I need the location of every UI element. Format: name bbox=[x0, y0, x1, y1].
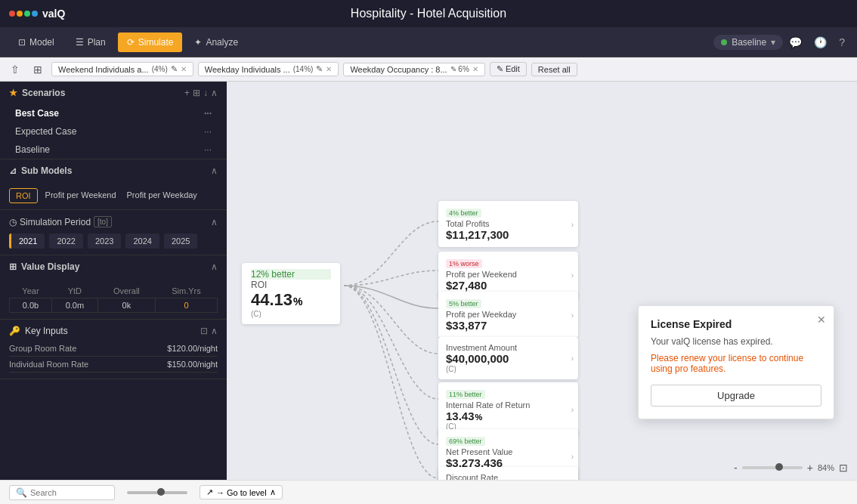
help-icon[interactable]: ? bbox=[836, 33, 848, 51]
analyze-tab[interactable]: ✦ Analyze bbox=[185, 32, 247, 52]
year-2021[interactable]: 2021 bbox=[9, 233, 45, 249]
submodel-roi-btn[interactable]: ROI bbox=[9, 188, 38, 203]
edit-button[interactable]: ✎ Edit bbox=[490, 62, 527, 76]
toolbar-tab-0[interactable]: Weekend Individuals a... (4%) ✎ ✕ bbox=[51, 62, 193, 76]
year-2023[interactable]: 2023 bbox=[88, 233, 121, 249]
scenario-expected-more[interactable]: ··· bbox=[204, 126, 212, 137]
node-total-profits[interactable]: 4% better Total Profits $11,217,300 › bbox=[438, 201, 578, 247]
node-profit-weekday-title: Profit per Weekday bbox=[446, 310, 563, 319]
scenario-expected-case[interactable]: Expected Case ··· bbox=[0, 122, 227, 141]
node-roi-value: 44.13 bbox=[251, 290, 292, 310]
plan-tab[interactable]: ☰ Plan bbox=[67, 32, 115, 52]
node-npv-title: Net Present Value bbox=[446, 447, 563, 456]
sub-models-header: ⊿ Sub Models ∧ bbox=[0, 159, 227, 182]
bottom-bar: 🔍 ↗ → Go to level ∧ bbox=[0, 480, 857, 504]
collapse-sim-period-icon[interactable]: ∧ bbox=[211, 217, 218, 227]
collapse-submodels-icon[interactable]: ∧ bbox=[211, 165, 218, 176]
nav-icons: 💬 🕐 ? bbox=[786, 33, 848, 51]
year-2022[interactable]: 2022 bbox=[49, 233, 82, 249]
node-roi-value-area: 44.13 % bbox=[251, 290, 331, 310]
value-display-icon: ⊞ bbox=[9, 261, 17, 272]
node-roi-sub: (C) bbox=[251, 310, 331, 318]
logo-area: valQ bbox=[9, 8, 65, 20]
year-pills: 2021 2022 2023 2024 2025 bbox=[9, 233, 218, 249]
search-input[interactable] bbox=[30, 488, 106, 497]
node-discount-title: Discount Rate bbox=[446, 473, 571, 480]
toolbar-tab-1-close[interactable]: ✕ bbox=[326, 65, 332, 73]
vd-col-overall: Overall bbox=[97, 284, 155, 298]
scenario-baseline-more[interactable]: ··· bbox=[204, 144, 212, 155]
sidebar: ★ Scenarios + ⊞ ↓ ∧ Best Case ··· Expect… bbox=[0, 82, 227, 480]
vd-col-ytd: YtD bbox=[51, 284, 97, 298]
node-investment-amount[interactable]: Investment Amount $40,000,000 (C) › bbox=[438, 337, 578, 379]
upgrade-button[interactable]: Upgrade bbox=[651, 385, 821, 407]
chevron-right-icon-6: › bbox=[571, 453, 574, 461]
vd-col-simyrs: Sim.Yrs bbox=[155, 284, 217, 298]
canvas-zoom-thumb[interactable] bbox=[157, 488, 165, 496]
toolbar-tab-0-close[interactable]: ✕ bbox=[181, 65, 187, 73]
toolbar-tab-1[interactable]: Weekday Individuals ... (14%) ✎ ✕ bbox=[198, 62, 339, 76]
baseline-chevron-icon: ▾ bbox=[771, 37, 775, 48]
collapse-scenarios-icon[interactable]: ∧ bbox=[211, 88, 218, 98]
toolbar-tab-0-pct: (4%) bbox=[152, 65, 168, 73]
collapse-value-display-icon[interactable]: ∧ bbox=[211, 261, 218, 272]
logo-icon bbox=[9, 11, 38, 17]
sim-period-header: ◷ Simulation Period [to] ∧ bbox=[9, 216, 218, 227]
scenario-baseline[interactable]: Baseline ··· bbox=[0, 141, 227, 159]
submodel-profit-weekend[interactable]: Profit per Weekend bbox=[42, 188, 119, 203]
nav-bar: ⊡ Model ☰ Plan ⟳ Simulate ✦ Analyze Base… bbox=[0, 27, 857, 57]
toolbar-tab-2[interactable]: Weekday Occupancy : 8... ✎ 6% ✕ bbox=[343, 63, 484, 76]
sim-period-label: ◷ Simulation Period [to] bbox=[9, 216, 112, 227]
node-profit-per-weekend[interactable]: 1% worse Profit per Weekend $27,480 › bbox=[438, 252, 578, 298]
download-scenario-icon[interactable]: ↓ bbox=[203, 88, 208, 98]
toolbar-tab-1-edit-icon: ✎ bbox=[316, 64, 323, 74]
submodel-profit-weekday[interactable]: Profit per Weekday bbox=[124, 188, 200, 203]
submodel-area: ROI Profit per Weekend Profit per Weekda… bbox=[0, 182, 227, 209]
chevron-right-icon-3: › bbox=[571, 311, 574, 319]
grid-scenario-icon[interactable]: ⊞ bbox=[193, 88, 200, 98]
chevron-right-icon-5: › bbox=[571, 406, 574, 414]
toolbar-tab-2-close[interactable]: ✕ bbox=[472, 65, 478, 73]
node-discount-rate[interactable]: Discount Rate 10.00 % (C) bbox=[438, 467, 578, 480]
plan-icon: ☰ bbox=[76, 37, 84, 48]
goto-level-button[interactable]: ↗ → Go to level ∧ bbox=[200, 485, 283, 499]
chevron-right-icon-4: › bbox=[571, 354, 574, 363]
scenario-best-case-more[interactable]: ··· bbox=[204, 108, 212, 119]
grid-icon[interactable]: ⊞ bbox=[29, 62, 47, 77]
zoom-thumb[interactable] bbox=[775, 463, 783, 471]
node-roi-badge: 12% better bbox=[251, 269, 331, 280]
year-2024[interactable]: 2024 bbox=[125, 233, 159, 249]
history-icon[interactable]: 🕐 bbox=[811, 33, 830, 51]
scenario-best-case[interactable]: Best Case ··· bbox=[0, 104, 227, 122]
reset-button[interactable]: Reset all bbox=[531, 63, 577, 76]
year-2025[interactable]: 2025 bbox=[164, 233, 197, 249]
simulate-tab[interactable]: ⟳ Simulate bbox=[118, 32, 183, 52]
zoom-in-button[interactable]: + bbox=[807, 462, 813, 474]
value-display-header: ⊞ Value Display ∧ bbox=[0, 255, 227, 278]
sim-period-section: ◷ Simulation Period [to] ∧ 2021 2022 202… bbox=[0, 210, 227, 255]
comment-icon[interactable]: 💬 bbox=[786, 33, 805, 51]
model-tab[interactable]: ⊡ Model bbox=[9, 32, 63, 52]
logo-text: valQ bbox=[42, 8, 65, 20]
fit-screen-icon[interactable]: ⊡ bbox=[839, 462, 848, 474]
star-icon: ★ bbox=[9, 88, 17, 98]
collapse-key-inputs-icon[interactable]: ∧ bbox=[211, 326, 218, 336]
popup-close-button[interactable]: ✕ bbox=[817, 314, 826, 326]
key-inputs-header-left: 🔑 Key Inputs bbox=[9, 326, 68, 336]
zoom-out-button[interactable]: - bbox=[734, 462, 738, 474]
add-scenario-icon[interactable]: + bbox=[184, 88, 190, 98]
baseline-dot bbox=[721, 39, 727, 45]
baseline-pill[interactable]: Baseline ▾ bbox=[713, 35, 783, 50]
node-total-profits-value: $11,217,300 bbox=[446, 228, 563, 241]
key-inputs-label: Key Inputs bbox=[25, 326, 68, 336]
node-roi[interactable]: 12% better ROI 44.13 % (C) bbox=[242, 263, 340, 324]
share-icon[interactable]: ⇧ bbox=[6, 62, 24, 77]
value-display-table: Year YtD Overall Sim.Yrs 0.0b 0.0m 0k 0 bbox=[9, 284, 218, 313]
value-display-section: ⊞ Value Display ∧ Year YtD Overall Sim.Y… bbox=[0, 255, 227, 320]
node-roi-title: ROI bbox=[251, 280, 331, 290]
node-profit-per-weekday[interactable]: 5% better Profit per Weekday $33,877 › bbox=[438, 292, 578, 338]
vd-val-year: 0.0b bbox=[10, 298, 52, 313]
ki-individual-room-rate: Individual Room Rate $150.00/night bbox=[9, 357, 218, 373]
vd-val-ytd: 0.0m bbox=[51, 298, 97, 313]
key-inputs-copy-icon[interactable]: ⊡ bbox=[200, 326, 208, 336]
